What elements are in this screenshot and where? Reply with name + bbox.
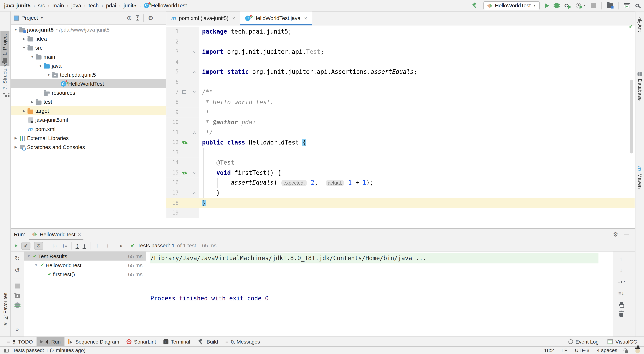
clear-console-button[interactable]	[620, 313, 623, 317]
project-tree-item[interactable]: CHelloWorldTest	[11, 79, 166, 88]
code-line[interactable]: 19	[166, 208, 634, 218]
project-tree-item[interactable]: ▼src	[11, 43, 166, 52]
close-icon[interactable]: ×	[304, 15, 307, 21]
fold-marker-icon[interactable]: >	[190, 168, 198, 178]
project-tree-item[interactable]: ▶test	[11, 97, 166, 106]
breadcrumb-item[interactable]: tech	[89, 2, 99, 9]
breadcrumb-item[interactable]: CHelloWorldTest	[144, 2, 187, 9]
line-number[interactable]: 3	[166, 47, 178, 57]
line-number[interactable]: 19	[166, 208, 178, 218]
rerun-automatically-toggle[interactable]: ↺	[14, 267, 20, 274]
code-line[interactable]: 9 *	[166, 107, 634, 117]
debug-button[interactable]	[554, 3, 559, 8]
line-number[interactable]: 9	[166, 107, 178, 117]
code-line[interactable]: 1package tech.pdai.junit5;	[166, 27, 634, 37]
line-number[interactable]: 5	[166, 67, 178, 77]
code-line[interactable]: 7>/**	[166, 87, 634, 97]
project-tree-item[interactable]: ▼java	[11, 61, 166, 70]
run-test-gutter-icon[interactable]	[182, 140, 187, 145]
code-line[interactable]: 8 * Hello world test.	[166, 97, 634, 107]
code-line[interactable]: 6	[166, 77, 634, 87]
code-line[interactable]: 3>import org.junit.jupiter.api.Test;	[166, 47, 634, 57]
run-settings-button[interactable]: ⚙	[613, 231, 618, 237]
hide-panel-button[interactable]: —	[157, 15, 163, 21]
code-line[interactable]: 10 * @author pdai	[166, 117, 634, 128]
project-tree-item[interactable]: ▼java-junit5~/pdai/www/java-junit5	[11, 25, 166, 34]
snapshot-camera-button[interactable]	[15, 294, 20, 298]
project-tree-item[interactable]: ▶External Libraries	[11, 133, 166, 142]
code-line[interactable]: 17> }	[166, 188, 634, 198]
run-test-gutter-icon[interactable]	[182, 170, 187, 175]
line-number[interactable]: 4	[166, 57, 178, 67]
run-tab[interactable]: HelloWorldTest ×	[30, 229, 84, 240]
toolwindow-button-sonarlint[interactable]: SonarLint	[123, 337, 160, 347]
code-line[interactable]: 14 @Test	[166, 158, 634, 168]
line-number[interactable]: 18	[166, 198, 178, 208]
line-number[interactable]: 8	[166, 97, 178, 107]
breadcrumb-item[interactable]: main	[52, 2, 64, 9]
show-ignored-toggle[interactable]: ⊘	[34, 241, 43, 250]
code-line[interactable]: 12public class HelloWorldTest {	[166, 137, 634, 148]
project-tree-item[interactable]: ▶target	[11, 106, 166, 115]
code-line[interactable]: 16 assertEquals( expected: 2, actual: 1 …	[166, 178, 634, 188]
run-anything-button[interactable]	[624, 3, 630, 8]
project-tree-item[interactable]: mpom.xml	[11, 124, 166, 133]
project-tree-item[interactable]: ▶Scratches and Consoles	[11, 142, 166, 151]
breadcrumb-item[interactable]: pdai	[106, 2, 116, 9]
search-everywhere-button[interactable]	[635, 3, 639, 7]
project-tree-item[interactable]: java-junit5.iml	[11, 115, 166, 124]
show-passed-toggle[interactable]: ✔	[21, 241, 30, 250]
indent-setting[interactable]: 4 spaces	[597, 348, 617, 353]
project-structure-button[interactable]	[607, 3, 613, 8]
line-number[interactable]: 13	[166, 148, 178, 158]
locate-file-button[interactable]: ⊕	[126, 14, 132, 21]
toolwindow-button-build[interactable]: Build	[194, 337, 222, 347]
sidebar-item-database[interactable]: Database	[635, 69, 644, 104]
run-config-select[interactable]: HelloWorldTest ▼	[484, 1, 540, 10]
code-line[interactable]: 13	[166, 148, 634, 158]
inspection-profile-icon[interactable]	[635, 349, 640, 353]
rerun-button[interactable]: ↻	[14, 255, 20, 262]
rerun-tests-button[interactable]	[15, 244, 18, 247]
toolwindow-button-sequence-diagram[interactable]: Sequence Diagram	[64, 337, 123, 347]
expanded-arrow-icon[interactable]: ▼	[46, 73, 52, 76]
code-line[interactable]: 15> void firstTest() {	[166, 168, 634, 178]
line-separator[interactable]: LF	[562, 348, 568, 353]
console-line[interactable]: /Library/Java/JavaVirtualMachines/jdk1.8…	[150, 253, 598, 263]
code-line[interactable]: 18}	[166, 198, 634, 208]
line-number[interactable]: 17	[166, 188, 178, 198]
toolwindow-button-4-run[interactable]: 4: Run	[36, 337, 64, 347]
fold-marker-icon[interactable]: >	[190, 127, 198, 137]
run-console[interactable]: /Library/Java/JavaVirtualMachines/jdk1.8…	[146, 252, 613, 337]
toolwindow-button-event-log[interactable]: Event Log	[565, 337, 602, 347]
editor-scrollbar[interactable]	[630, 79, 633, 153]
line-number[interactable]: 2	[166, 37, 178, 47]
more-chevrons-icon[interactable]: »	[14, 326, 20, 332]
expanded-arrow-icon[interactable]: ▼	[21, 46, 27, 49]
caret-position[interactable]: 18:2	[544, 348, 554, 353]
line-number[interactable]: 15	[166, 168, 178, 178]
file-encoding[interactable]: UTF-8	[575, 348, 590, 353]
line-number[interactable]: 12	[166, 137, 178, 148]
sidebar-item-favorites[interactable]: ★ 2: Favorites	[0, 290, 10, 330]
run-minimize-button[interactable]: —	[624, 231, 629, 237]
soft-wrap-toggle[interactable]: ≡↩	[618, 279, 625, 285]
project-tree-item[interactable]: ▼tech.pdai.junit5	[11, 70, 166, 79]
line-number[interactable]: 1	[166, 27, 178, 37]
code-line[interactable]: 4	[166, 57, 634, 67]
editor-tab[interactable]: mpom.xml (java-junit5)×	[166, 11, 240, 25]
project-tree-item[interactable]: ▼main	[11, 52, 166, 61]
breadcrumb-item[interactable]: junit5	[124, 2, 136, 9]
expand-all-button[interactable]: ▼▲	[76, 243, 79, 248]
line-number[interactable]: 14	[166, 158, 178, 168]
collapsed-arrow-icon[interactable]: ▶	[21, 37, 27, 40]
code-line[interactable]: 11> */	[166, 127, 634, 137]
fold-marker-icon[interactable]: >	[190, 87, 198, 97]
collapsed-arrow-icon[interactable]: ▶	[21, 109, 27, 113]
collapsed-arrow-icon[interactable]: ▶	[30, 100, 35, 104]
line-number[interactable]: 11	[166, 127, 178, 137]
test-tree-item[interactable]: ▼✔HelloWorldTest65 ms	[24, 261, 146, 270]
breadcrumb-item[interactable]: src	[38, 2, 45, 9]
profiler-button[interactable]	[576, 3, 581, 8]
expanded-arrow-icon[interactable]: ▼	[33, 263, 39, 267]
